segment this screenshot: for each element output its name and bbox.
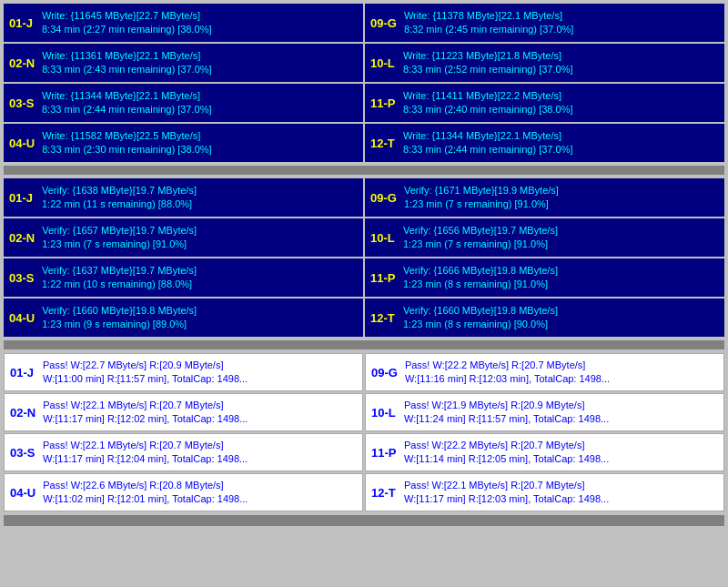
pass-device-id: 01-J (10, 366, 35, 380)
device-cell-03-s: 03-SVerify: {1637 MByte}[19.7 MByte/s]1:… (4, 258, 363, 297)
pass-info: Pass! W:[22.2 MByte/s] R:[20.7 MByte/s]W… (404, 439, 609, 467)
pass-info: Pass! W:[22.7 MByte/s] R:[20.9 MByte/s]W… (43, 359, 248, 387)
device-info: Verify: {1657 MByte}[19.7 MByte/s]1:23 m… (42, 224, 197, 252)
pass-info: Pass! W:[22.1 MByte/s] R:[20.7 MByte/s]W… (404, 479, 609, 507)
pass-info: Pass! W:[21.9 MByte/s] R:[20.9 MByte/s]W… (404, 399, 609, 427)
read-test-section: 01-JPass! W:[22.7 MByte/s] R:[20.9 MByte… (4, 353, 724, 511)
verify-test-section: 01-JVerify: {1638 MByte}[19.7 MByte/s]1:… (4, 178, 724, 337)
device-info: Write: {11344 MByte}[22.1 MByte/s]8:33 m… (42, 89, 211, 117)
pass-device-id: 12-T (371, 486, 397, 500)
device-info: Write: {11344 MByte}[22.1 MByte/s]8:33 m… (403, 129, 572, 157)
device-id: 01-J (9, 16, 35, 30)
device-info: Verify: {1638 MByte}[19.7 MByte/s]1:22 m… (42, 184, 197, 212)
pass-info: Pass! W:[22.6 MByte/s] R:[20.8 MByte/s]W… (43, 479, 248, 507)
pass-info: Pass! W:[22.2 MByte/s] R:[20.7 MByte/s]W… (405, 359, 610, 387)
device-info: Write: {11582 MByte}[22.5 MByte/s]8:33 m… (42, 129, 211, 157)
written-test-label (4, 166, 724, 175)
pass-cell-10-l: 10-LPass! W:[21.9 MByte/s] R:[20.9 MByte… (365, 393, 724, 431)
device-id: 02-N (9, 231, 35, 245)
pass-device-id: 04-U (10, 486, 35, 500)
device-id: 12-T (370, 311, 396, 325)
pass-device-id: 10-L (371, 406, 397, 420)
pass-device-id: 03-S (10, 446, 35, 460)
footer-bar (4, 515, 724, 526)
pass-cell-02-n: 02-NPass! W:[22.1 MByte/s] R:[20.7 MByte… (4, 393, 363, 431)
device-cell-11-p: 11-PWrite: {11411 MByte}[22.2 MByte/s]8:… (365, 84, 724, 122)
device-cell-02-n: 02-NVerify: {1657 MByte}[19.7 MByte/s]1:… (4, 218, 363, 257)
pass-cell-03-s: 03-SPass! W:[22.1 MByte/s] R:[20.7 MByte… (4, 433, 363, 471)
device-id: 03-S (9, 96, 35, 110)
pass-device-id: 02-N (10, 406, 35, 420)
device-cell-12-t: 12-TWrite: {11344 MByte}[22.1 MByte/s]8:… (365, 124, 724, 162)
device-cell-10-l: 10-LWrite: {11223 MByte}[21.8 MByte/s]8:… (365, 44, 724, 82)
verify-test-grid: 01-JVerify: {1638 MByte}[19.7 MByte/s]1:… (4, 178, 724, 337)
device-id: 09-G (370, 16, 397, 30)
device-id: 04-U (9, 137, 35, 150)
pass-info: Pass! W:[22.1 MByte/s] R:[20.7 MByte/s]W… (43, 439, 248, 467)
device-info: Write: {11361 MByte}[22.1 MByte/s]8:33 m… (42, 49, 211, 77)
device-info: Verify: {1656 MByte}[19.7 MByte/s]1:23 m… (403, 224, 558, 252)
device-cell-01-j: 01-JVerify: {1638 MByte}[19.7 MByte/s]1:… (4, 178, 363, 217)
device-id: 11-P (370, 96, 396, 110)
device-id: 11-P (370, 271, 396, 285)
device-id: 04-U (9, 311, 35, 325)
device-id: 02-N (9, 56, 35, 70)
device-cell-01-j: 01-JWrite: {11645 MByte}[22.7 MByte/s]8:… (4, 4, 363, 42)
device-id: 09-G (370, 191, 397, 205)
device-info: Verify: {1660 MByte}[19.8 MByte/s]1:23 m… (42, 304, 197, 332)
pass-cell-01-j: 01-JPass! W:[22.7 MByte/s] R:[20.9 MByte… (4, 353, 363, 391)
device-cell-12-t: 12-TVerify: {1660 MByte}[19.8 MByte/s]1:… (365, 299, 724, 337)
pass-cell-11-p: 11-PPass! W:[22.2 MByte/s] R:[20.7 MByte… (365, 433, 724, 471)
device-id: 10-L (370, 231, 396, 245)
device-cell-09-g: 09-GVerify: {1671 MByte}[19.9 MByte/s]1:… (365, 178, 724, 217)
write-test-section: 01-JWrite: {11645 MByte}[22.7 MByte/s]8:… (4, 4, 724, 162)
pass-cell-12-t: 12-TPass! W:[22.1 MByte/s] R:[20.7 MByte… (365, 473, 724, 511)
pass-device-id: 09-G (371, 366, 398, 380)
device-info: Verify: {1660 MByte}[19.8 MByte/s]1:23 m… (403, 304, 558, 332)
device-cell-04-u: 04-UWrite: {11582 MByte}[22.5 MByte/s]8:… (4, 124, 363, 162)
device-info: Write: {11645 MByte}[22.7 MByte/s]8:34 m… (42, 9, 211, 37)
main-container: 01-JWrite: {11645 MByte}[22.7 MByte/s]8:… (0, 0, 728, 530)
device-cell-02-n: 02-NWrite: {11361 MByte}[22.1 MByte/s]8:… (4, 44, 363, 82)
pass-info: Pass! W:[22.1 MByte/s] R:[20.7 MByte/s]W… (43, 399, 248, 427)
device-cell-11-p: 11-PVerify: {1666 MByte}[19.8 MByte/s]1:… (365, 258, 724, 297)
device-id: 10-L (370, 56, 396, 70)
device-id: 01-J (9, 191, 35, 205)
device-id: 12-T (370, 137, 396, 150)
write-test-grid: 01-JWrite: {11645 MByte}[22.7 MByte/s]8:… (4, 4, 724, 162)
device-id: 03-S (9, 271, 35, 285)
pass-device-id: 11-P (371, 446, 397, 460)
device-cell-03-s: 03-SWrite: {11344 MByte}[22.1 MByte/s]8:… (4, 84, 363, 122)
pass-cell-09-g: 09-GPass! W:[22.2 MByte/s] R:[20.7 MByte… (365, 353, 724, 391)
device-info: Verify: {1666 MByte}[19.8 MByte/s]1:23 m… (403, 264, 558, 292)
device-info: Verify: {1671 MByte}[19.9 MByte/s]1:23 m… (404, 184, 559, 212)
pass-cell-04-u: 04-UPass! W:[22.6 MByte/s] R:[20.8 MByte… (4, 473, 363, 511)
device-cell-09-g: 09-GWrite: {11378 MByte}[22.1 MByte/s]8:… (365, 4, 724, 42)
device-cell-10-l: 10-LVerify: {1656 MByte}[19.7 MByte/s]1:… (365, 218, 724, 257)
device-info: Write: {11223 MByte}[21.8 MByte/s]8:33 m… (403, 49, 572, 77)
read-test-label (4, 340, 724, 349)
device-info: Verify: {1637 MByte}[19.7 MByte/s]1:22 m… (42, 264, 197, 292)
device-info: Write: {11378 MByte}[22.1 MByte/s]8:32 m… (404, 9, 573, 37)
device-info: Write: {11411 MByte}[22.2 MByte/s]8:33 m… (403, 89, 572, 117)
read-test-grid: 01-JPass! W:[22.7 MByte/s] R:[20.9 MByte… (4, 353, 724, 511)
device-cell-04-u: 04-UVerify: {1660 MByte}[19.8 MByte/s]1:… (4, 299, 363, 337)
